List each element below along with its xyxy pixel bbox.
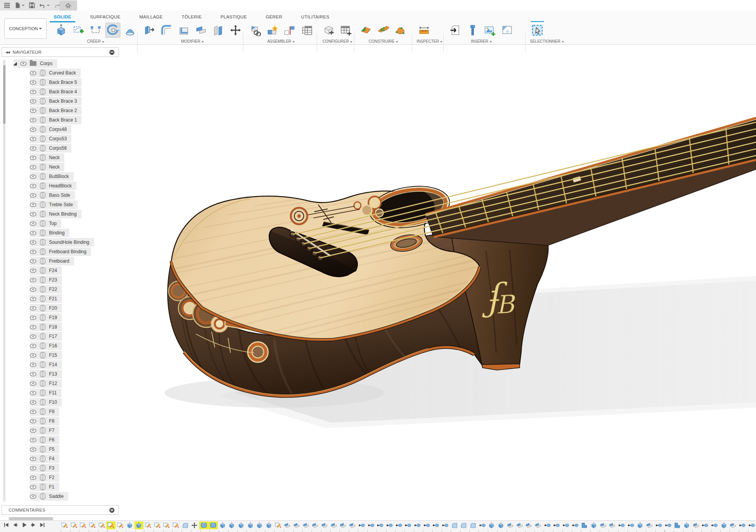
- undo-button[interactable]: [38, 1, 51, 10]
- visibility-eye-icon[interactable]: [30, 184, 36, 188]
- timeline-feature-movebody-icon[interactable]: [747, 521, 756, 529]
- group-label-dropdown[interactable]: ASSEMBLER: [248, 39, 314, 44]
- timeline-feature-movebody-icon[interactable]: [654, 521, 664, 529]
- visibility-eye-icon[interactable]: [30, 278, 36, 282]
- move-button[interactable]: [228, 23, 243, 38]
- select-button[interactable]: [530, 23, 545, 38]
- timeline-feature-movebody-icon[interactable]: [710, 521, 719, 529]
- timeline-feature-combine-icon[interactable]: [729, 521, 738, 529]
- timeline-feature-movebody-icon[interactable]: [543, 521, 552, 529]
- timeline-feature-sketch-icon[interactable]: [88, 521, 97, 529]
- visibility-eye-icon[interactable]: [30, 90, 36, 94]
- tree-row[interactable]: F6: [30, 436, 59, 444]
- timeline-feature-movebody-icon[interactable]: [394, 521, 404, 529]
- group-label-dropdown[interactable]: INSÉRER: [448, 39, 515, 44]
- step-back-button[interactable]: [12, 522, 18, 528]
- extrude-button[interactable]: [54, 23, 69, 38]
- timeline-feature-extrude-icon[interactable]: [218, 521, 227, 529]
- surface-patch-button[interactable]: [393, 23, 408, 38]
- visibility-eye-icon[interactable]: [30, 363, 36, 367]
- visibility-eye-icon[interactable]: [30, 466, 36, 470]
- timeline-feature-fillet-icon[interactable]: [181, 521, 190, 529]
- visibility-eye-icon[interactable]: [30, 419, 36, 423]
- visibility-eye-icon[interactable]: [30, 457, 36, 461]
- timeline-feature-sketch-icon[interactable]: [143, 521, 153, 529]
- timeline-feature-combine-icon[interactable]: [320, 521, 329, 529]
- visibility-eye-icon[interactable]: [30, 174, 36, 179]
- visibility-eye-icon[interactable]: [30, 429, 36, 433]
- joint-button[interactable]: [282, 23, 297, 38]
- tree-row[interactable]: HeadBlock: [30, 182, 76, 190]
- timeline-feature-combine-icon[interactable]: [283, 521, 292, 529]
- visibility-eye-icon[interactable]: [30, 325, 36, 329]
- timeline-feature-extrude-icon[interactable]: [134, 521, 144, 529]
- tree-row[interactable]: F13: [30, 370, 62, 378]
- chevron-down-icon[interactable]: [47, 5, 50, 6]
- visibility-eye-icon[interactable]: [30, 137, 36, 141]
- tree-row[interactable]: F16: [30, 341, 62, 350]
- timeline-feature-move-icon[interactable]: [190, 521, 199, 529]
- tree-row[interactable]: F7: [30, 426, 59, 435]
- measure-button[interactable]: [417, 23, 431, 38]
- timeline-feature-fillet-icon[interactable]: [468, 521, 478, 529]
- visibility-eye-icon[interactable]: [30, 410, 36, 414]
- insert-fastener-button[interactable]: [465, 23, 480, 38]
- timeline-feature-combine-icon[interactable]: [608, 521, 617, 529]
- tree-row[interactable]: F23: [30, 276, 62, 284]
- visibility-eye-icon[interactable]: [30, 80, 36, 85]
- home-tab[interactable]: [60, 1, 77, 11]
- tree-row[interactable]: F15: [30, 351, 62, 360]
- visibility-eye-icon[interactable]: [30, 391, 36, 395]
- timeline-feature-shell-icon[interactable]: [208, 521, 218, 529]
- tree-row[interactable]: F8: [30, 417, 59, 425]
- tab-tlerie[interactable]: TÔLERIE: [172, 12, 211, 22]
- visibility-eye-icon[interactable]: [30, 372, 36, 376]
- timeline-feature-extrude-icon[interactable]: [496, 521, 506, 529]
- tree-row[interactable]: ButtBlock: [30, 172, 74, 181]
- workspace-selector[interactable]: CONCEPTION: [4, 18, 47, 39]
- visibility-eye-icon[interactable]: [30, 231, 36, 235]
- timeline-feature-movebody-icon[interactable]: [738, 521, 747, 529]
- tab-surfacique[interactable]: SURFACIQUE: [81, 12, 130, 22]
- tree-row[interactable]: Back Brace 5: [30, 78, 82, 87]
- visibility-eye-icon[interactable]: [30, 146, 36, 151]
- tab-plastique[interactable]: PLASTIQUE: [211, 12, 256, 22]
- visibility-eye-icon[interactable]: [30, 165, 36, 169]
- plane-offset-button[interactable]: [359, 23, 373, 38]
- shell-button[interactable]: [176, 23, 191, 38]
- timeline-feature-combine-icon[interactable]: [506, 521, 515, 529]
- timeline-feature-sketch-icon[interactable]: [60, 521, 69, 529]
- visibility-eye-icon[interactable]: [30, 240, 36, 245]
- visibility-eye-icon[interactable]: [30, 334, 36, 339]
- timeline-feature-sketch-icon[interactable]: [106, 521, 116, 529]
- timeline-feature-boolean-icon[interactable]: [580, 521, 589, 529]
- tree-row[interactable]: Neck Binding: [30, 210, 82, 218]
- timeline-feature-fillet-icon[interactable]: [450, 521, 459, 529]
- visibility-eye-icon[interactable]: [30, 476, 36, 480]
- visibility-eye-icon[interactable]: [30, 203, 36, 207]
- timeline-feature-movebody-icon[interactable]: [403, 521, 413, 529]
- timeline-feature-combine-icon[interactable]: [329, 521, 339, 529]
- tree-row[interactable]: F10: [30, 398, 62, 407]
- timeline-feature-extrude-icon[interactable]: [719, 521, 729, 529]
- tree-row[interactable]: F19: [30, 313, 62, 322]
- tree-row[interactable]: F4: [30, 454, 59, 463]
- skip-end-button[interactable]: [39, 522, 45, 528]
- timeline-feature-movebody-icon[interactable]: [375, 521, 385, 529]
- tree-row[interactable]: F24: [30, 266, 62, 275]
- group-label-dropdown[interactable]: CONSTRUIRE: [359, 39, 408, 44]
- timeline-feature-extrude-icon[interactable]: [636, 521, 645, 529]
- tree-row[interactable]: Neck: [30, 153, 64, 162]
- timeline-feature-extrude-icon[interactable]: [236, 521, 246, 529]
- timeline-feature-combine-icon[interactable]: [339, 521, 348, 529]
- tree-row[interactable]: F2: [30, 473, 59, 482]
- timeline-feature-combine-icon[interactable]: [645, 521, 654, 529]
- insert-canvas-button[interactable]: [500, 23, 515, 38]
- insert-derive-button[interactable]: [448, 23, 463, 38]
- viewport-3d[interactable]: ʄ B: [0, 44, 756, 520]
- timeline-feature-combine-icon[interactable]: [301, 521, 311, 529]
- collapse-panel-icon[interactable]: ◀◀: [5, 51, 9, 54]
- visibility-eye-icon[interactable]: [30, 99, 36, 103]
- app-grid-button[interactable]: [2, 1, 11, 10]
- visibility-eye-icon[interactable]: [30, 212, 36, 216]
